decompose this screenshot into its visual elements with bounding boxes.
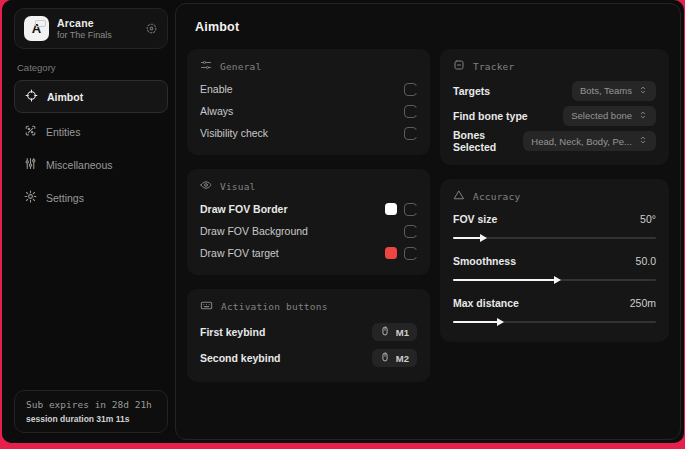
targets-dropdown[interactable]: Bots, Teams [572,81,656,101]
session-duration-text: session duration 31m 11s [26,414,156,424]
setting-row-second-keybind: Second keybind M2 [200,345,417,371]
content-columns: General Enable Always Visibility check [187,49,669,396]
slider-fill [453,237,481,239]
setting-row-draw-fov-border: Draw FOV Border [200,198,417,220]
section-title: Tracker [473,61,514,72]
app-window: A Arcane for The Finals Category Aimbot [2,0,684,443]
setting-row-visibility-check: Visibility check [200,122,417,144]
fov-border-color-swatch[interactable] [385,203,397,215]
app-logo: A [24,16,49,41]
setting-label: Max distance [453,297,519,309]
app-subtitle: for The Finals [57,30,137,40]
sidebar-item-label: Miscellaneous [46,159,113,171]
setting-row-enable: Enable [200,78,417,100]
setting-row-always: Always [200,100,417,122]
visual-card: Visual Draw FOV Border Draw FOV Backgrou… [187,169,430,275]
first-keybind-button[interactable]: M1 [372,323,417,341]
slider-fill [453,279,555,281]
sub-expiry-text: Sub expires in 28d 21h [26,399,156,410]
sidebar-item-aimbot[interactable]: Aimbot [14,80,168,113]
section-title: Visual [220,181,256,192]
chevrons-up-down-icon [638,135,648,147]
keybind-value: M2 [396,353,409,364]
brand-card: A Arcane for The Finals [14,8,168,49]
setting-label: Bones Selected [453,129,523,153]
max-distance-slider[interactable] [453,316,656,328]
setting-label: Smoothness [453,255,516,267]
setting-row-smoothness: Smoothness 50.0 [453,250,656,286]
sliders-vertical-icon [24,157,37,172]
sidebar-nav: Aimbot Entities Miscellaneous Settings [14,80,168,214]
chevrons-up-down-icon [638,110,648,122]
sidebar-item-label: Aimbot [47,91,83,103]
triangle-icon [453,189,465,203]
category-label: Category [17,62,166,73]
slider-value: 50° [640,213,656,225]
keybind-value: M1 [396,327,409,338]
activation-buttons-card: Activation buttons First keybind M1 Seco… [187,289,430,382]
enable-checkbox[interactable] [404,83,417,96]
sidebar-item-label: Entities [46,126,80,138]
smoothness-slider[interactable] [453,274,656,286]
sidebar-item-settings[interactable]: Settings [14,181,168,214]
draw-fov-background-checkbox[interactable] [404,225,417,238]
slider-fill [453,321,498,323]
setting-row-fov-size: FOV size 50° [453,208,656,244]
dropdown-value: Selected bone [571,110,632,121]
page-title: Aimbot [195,20,669,34]
setting-label: Draw FOV Border [200,203,288,215]
setting-label: Draw FOV Background [200,225,308,237]
left-column: General Enable Always Visibility check [187,49,430,396]
chevrons-up-down-icon [638,85,648,97]
sidebar-item-entities[interactable]: Entities [14,115,168,148]
setting-row-targets: Targets Bots, Teams [453,78,656,103]
always-checkbox[interactable] [404,105,417,118]
tracker-card: Tracker Targets Bots, Teams Find bone ty… [440,49,669,165]
setting-label: FOV size [453,213,497,225]
dropdown-value: Head, Neck, Body, Pe... [531,136,632,147]
fov-target-color-swatch[interactable] [385,247,397,259]
setting-label: First keybind [200,326,265,338]
subscription-info: Sub expires in 28d 21h session duration … [14,390,168,433]
right-column: Tracker Targets Bots, Teams Find bone ty… [440,49,669,356]
setting-row-first-keybind: First keybind M1 [200,319,417,345]
setting-row-max-distance: Max distance 250m [453,292,656,328]
mouse-icon [380,352,390,364]
slider-value: 250m [630,297,656,309]
setting-row-draw-fov-target: Draw FOV target [200,242,417,264]
bones-selected-dropdown[interactable]: Head, Neck, Body, Pe... [523,131,656,151]
general-header: General [200,59,417,73]
section-title: Accuracy [473,191,520,202]
dropdown-value: Bots, Teams [580,85,632,96]
app-name: Arcane [57,17,137,29]
setting-label: Draw FOV target [200,247,279,259]
sidebar-item-miscellaneous[interactable]: Miscellaneous [14,148,168,181]
find-bone-type-dropdown[interactable]: Selected bone [563,106,656,126]
setting-label: Always [200,105,233,117]
visual-header: Visual [200,179,417,193]
section-title: General [220,61,261,72]
draw-fov-border-checkbox[interactable] [404,203,417,216]
activation-header: Activation buttons [200,299,417,314]
fov-size-slider[interactable] [453,232,656,244]
sync-icon[interactable] [145,22,158,35]
setting-label: Second keybind [200,352,281,364]
setting-label: Targets [453,85,490,97]
scan-eye-icon [24,124,37,139]
keyboard-icon [200,299,213,314]
setting-row-draw-fov-background: Draw FOV Background [200,220,417,242]
second-keybind-button[interactable]: M2 [372,349,417,367]
visibility-check-checkbox[interactable] [404,127,417,140]
main-panel: Aimbot General Enable Al [175,3,681,440]
setting-label: Visibility check [200,127,268,139]
logo-letter: A [32,21,41,36]
mouse-icon [380,326,390,338]
sidebar-item-label: Settings [46,192,84,204]
setting-row-bones-selected: Bones Selected Head, Neck, Body, Pe... [453,128,656,154]
draw-fov-target-checkbox[interactable] [404,247,417,260]
sliders-horizontal-icon [200,59,212,73]
general-card: General Enable Always Visibility check [187,49,430,155]
frame-icon [453,59,465,73]
section-title: Activation buttons [221,301,328,312]
gear-icon [24,190,37,205]
